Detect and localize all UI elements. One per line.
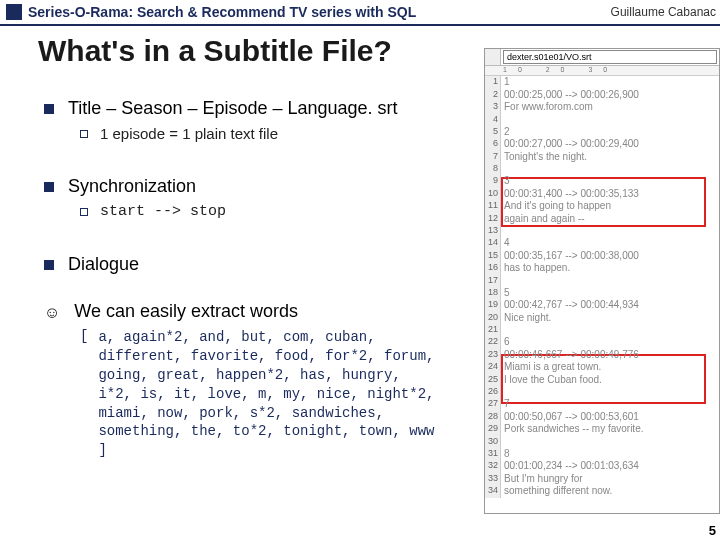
- hollow-square-bullet-icon: [80, 130, 88, 138]
- line-number: 11: [485, 200, 501, 213]
- line-text: again and again --: [501, 213, 719, 226]
- bullet-extract-words: ☺ We can easily extract words: [44, 301, 440, 322]
- square-bullet-icon: [44, 104, 54, 114]
- file-line: 21: [485, 324, 719, 336]
- line-text: 00:00:25,000 --> 00:00:26,900: [501, 89, 719, 102]
- line-number: 4: [485, 114, 501, 126]
- hollow-square-bullet-icon: [80, 208, 88, 216]
- line-number: 1: [485, 76, 501, 89]
- file-header-row: dexter.s01e01/VO.srt: [485, 49, 719, 66]
- line-text: 00:00:42,767 --> 00:00:44,934: [501, 299, 719, 312]
- line-number: 20: [485, 312, 501, 325]
- line-text: 7: [501, 398, 719, 411]
- content-area: Title – Season – Episode – Language. srt…: [0, 76, 440, 460]
- file-line: 226: [485, 336, 719, 349]
- file-line: 277: [485, 398, 719, 411]
- line-text: I love the Cuban food.: [501, 374, 719, 387]
- line-number: 15: [485, 250, 501, 263]
- line-number: 14: [485, 237, 501, 250]
- line-number: 19: [485, 299, 501, 312]
- line-number: 27: [485, 398, 501, 411]
- file-line: 2300:00:46,667 --> 00:00:49,776: [485, 349, 719, 362]
- subbullet-text: 1 episode = 1 plain text file: [100, 125, 278, 142]
- page-number: 5: [709, 523, 716, 538]
- line-text: [501, 225, 719, 237]
- square-bullet-icon: [44, 182, 54, 192]
- file-line: 1500:00:35,167 --> 00:00:38,000: [485, 250, 719, 263]
- line-number: 29: [485, 423, 501, 436]
- file-line: 93: [485, 175, 719, 188]
- line-text: But I'm hungry for: [501, 473, 719, 486]
- file-line: 20Nice night.: [485, 312, 719, 325]
- line-number: 22: [485, 336, 501, 349]
- smiley-icon: ☺: [44, 304, 60, 322]
- line-number: 34: [485, 485, 501, 498]
- line-text: 2: [501, 126, 719, 139]
- bullet-text: Title – Season – Episode – Language. srt: [68, 98, 398, 119]
- file-line: 8: [485, 163, 719, 175]
- file-line: 11And it's going to happen: [485, 200, 719, 213]
- line-text: 3: [501, 175, 719, 188]
- line-text: Pork sandwiches -- my favorite.: [501, 423, 719, 436]
- line-text: [501, 436, 719, 448]
- bullet-text: Dialogue: [68, 254, 139, 275]
- file-line: 13: [485, 225, 719, 237]
- bullet-text: We can easily extract words: [74, 301, 298, 322]
- square-bullet-icon: [44, 260, 54, 270]
- file-line: 3For www.forom.com: [485, 101, 719, 114]
- word-list-row: [ a, again*2, and, but, com, cuban, diff…: [80, 328, 440, 460]
- line-text: 5: [501, 287, 719, 300]
- line-number: 13: [485, 225, 501, 237]
- line-number: 7: [485, 151, 501, 164]
- line-text: 00:00:50,067 --> 00:00:53,601: [501, 411, 719, 424]
- file-line: 2800:00:50,067 --> 00:00:53,601: [485, 411, 719, 424]
- line-number: 32: [485, 460, 501, 473]
- line-number: 28: [485, 411, 501, 424]
- file-line: 52: [485, 126, 719, 139]
- header-title: Series-O-Rama: Search & Recommend TV ser…: [28, 4, 611, 20]
- file-line: 25I love the Cuban food.: [485, 374, 719, 387]
- line-text: Tonight's the night.: [501, 151, 719, 164]
- line-number: 18: [485, 287, 501, 300]
- file-line: 30: [485, 436, 719, 448]
- file-body: 11200:00:25,000 --> 00:00:26,9003For www…: [485, 76, 719, 498]
- header-author: Guillaume Cabanac: [611, 5, 716, 19]
- header-square-icon: [6, 4, 22, 20]
- file-line: 24Miami is a great town.: [485, 361, 719, 374]
- line-number: 9: [485, 175, 501, 188]
- line-number: 3: [485, 101, 501, 114]
- line-number: 5: [485, 126, 501, 139]
- line-number: 24: [485, 361, 501, 374]
- line-text: 00:00:46,667 --> 00:00:49,776: [501, 349, 719, 362]
- line-text: And it's going to happen: [501, 200, 719, 213]
- file-line: 33But I'm hungry for: [485, 473, 719, 486]
- file-line: 1900:00:42,767 --> 00:00:44,934: [485, 299, 719, 312]
- file-line: 16has to happen.: [485, 262, 719, 275]
- file-line: 17: [485, 275, 719, 287]
- column-ruler: 10 20 30: [485, 66, 719, 76]
- bullet-title-format: Title – Season – Episode – Language. srt: [44, 98, 440, 119]
- line-text: For www.forom.com: [501, 101, 719, 114]
- line-number: 6: [485, 138, 501, 151]
- line-text: 4: [501, 237, 719, 250]
- slide-header: Series-O-Rama: Search & Recommend TV ser…: [0, 0, 720, 26]
- subtitle-file-panel: dexter.s01e01/VO.srt 10 20 30 11200:00:2…: [484, 48, 720, 514]
- bullet-synchronization: Synchronization: [44, 176, 440, 197]
- line-number: 33: [485, 473, 501, 486]
- line-number: 10: [485, 188, 501, 201]
- bullet-dialogue: Dialogue: [44, 254, 440, 275]
- line-text: 1: [501, 76, 719, 89]
- file-line: 11: [485, 76, 719, 89]
- file-line: 185: [485, 287, 719, 300]
- gutter-corner: [485, 49, 501, 65]
- line-number: 23: [485, 349, 501, 362]
- filename-field[interactable]: dexter.s01e01/VO.srt: [503, 50, 717, 64]
- line-text: [501, 163, 719, 175]
- line-text: 6: [501, 336, 719, 349]
- file-line: 318: [485, 448, 719, 461]
- file-line: 200:00:25,000 --> 00:00:26,900: [485, 89, 719, 102]
- bullet-text: Synchronization: [68, 176, 196, 197]
- line-number: 25: [485, 374, 501, 387]
- file-line: 29Pork sandwiches -- my favorite.: [485, 423, 719, 436]
- subbullet-episode-file: 1 episode = 1 plain text file: [80, 125, 440, 142]
